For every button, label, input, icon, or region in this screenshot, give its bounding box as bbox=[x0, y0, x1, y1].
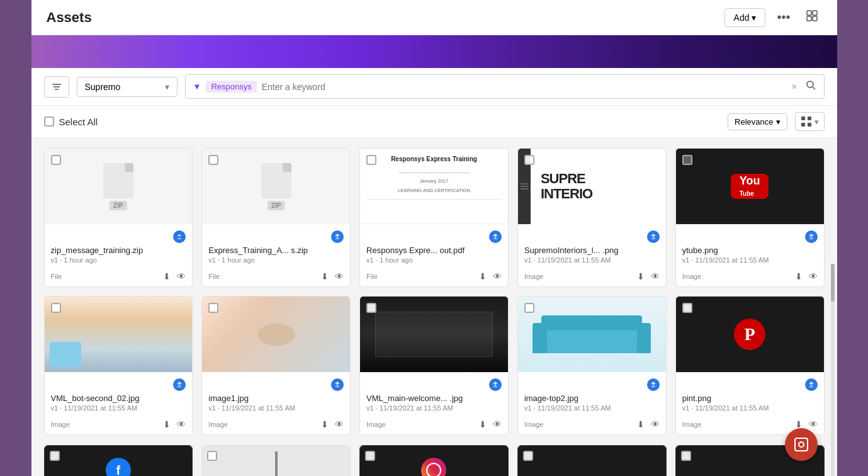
org-dropdown-icon: ▾ bbox=[165, 82, 169, 92]
preview-button-3[interactable]: 👁 bbox=[493, 271, 502, 281]
download-button-5[interactable]: ⬇ bbox=[795, 271, 803, 281]
partial-checkbox-3[interactable] bbox=[365, 451, 375, 461]
asset-card-3: Responsys Express Training —————————————… bbox=[359, 148, 509, 287]
upload-badge-1 bbox=[173, 230, 186, 243]
card-meta-1: v1 · 1 hour ago bbox=[51, 256, 186, 264]
grid-view-button[interactable]: ▾ bbox=[795, 112, 825, 131]
preview-button-4[interactable]: 👁 bbox=[651, 271, 660, 281]
preview-button-9[interactable]: 👁 bbox=[651, 419, 660, 429]
svg-point-7 bbox=[807, 81, 813, 88]
add-button[interactable]: Add ▾ bbox=[724, 8, 766, 27]
card-thumbnail-1: ZIP bbox=[45, 149, 193, 224]
card-footer-7: Image ⬇ 👁 bbox=[202, 416, 350, 434]
card-footer-6: Image ⬇ 👁 bbox=[45, 416, 193, 434]
relevance-sort-button[interactable]: Relevance ▾ bbox=[728, 113, 787, 130]
filter-tag-icon: ▼ bbox=[193, 82, 201, 91]
scroll-thumb[interactable] bbox=[831, 264, 835, 302]
card-thumbnail-4: SUPREINTERIO bbox=[518, 149, 666, 224]
svg-rect-0 bbox=[807, 11, 811, 15]
download-button-9[interactable]: ⬇ bbox=[637, 419, 645, 429]
upload-badge-2 bbox=[331, 230, 344, 243]
asset-card-2: ZIP Express_Training_A... s.zip v1 · 1 h… bbox=[201, 148, 351, 287]
svg-point-14 bbox=[799, 442, 804, 447]
select-all-wrap[interactable]: Select All bbox=[44, 116, 98, 127]
card-name-8: VML_main-welcome... .jpg bbox=[366, 394, 502, 403]
card-meta-10: v1 · 11/19/2021 at 11:55 AM bbox=[682, 404, 818, 412]
card-checkbox-2[interactable] bbox=[208, 155, 218, 165]
preview-button-1[interactable]: 👁 bbox=[177, 271, 186, 281]
select-all-label: Select All bbox=[59, 116, 98, 127]
card-name-5: ytube.png bbox=[682, 246, 818, 255]
card-thumbnail-9 bbox=[518, 297, 666, 372]
download-button-1[interactable]: ⬇ bbox=[163, 271, 171, 281]
card-checkbox-7[interactable] bbox=[208, 303, 218, 313]
page-title: Assets bbox=[47, 9, 92, 26]
asset-card-8: VML_main-welcome... .jpg v1 · 11/19/2021… bbox=[359, 296, 509, 435]
partial-checkbox-2[interactable] bbox=[207, 451, 217, 461]
card-checkbox-6[interactable] bbox=[51, 303, 61, 313]
grid-icon bbox=[801, 116, 812, 127]
upload-badge-10 bbox=[805, 378, 818, 391]
card-meta-5: v1 · 11/19/2021 at 11:55 AM bbox=[682, 256, 818, 264]
toolbar: Supremo ▾ ▼ Responsys × bbox=[31, 68, 837, 106]
download-button-3[interactable]: ⬇ bbox=[479, 271, 487, 281]
card-name-10: pint.png bbox=[682, 394, 818, 403]
download-button-2[interactable]: ⬇ bbox=[321, 271, 329, 281]
card-checkbox-1[interactable] bbox=[51, 155, 61, 165]
download-button-7[interactable]: ⬇ bbox=[321, 419, 329, 429]
partial-row: f bbox=[31, 445, 837, 476]
card-checkbox-4[interactable] bbox=[524, 155, 534, 165]
partial-card-3 bbox=[359, 445, 509, 476]
card-checkbox-10[interactable] bbox=[682, 303, 692, 313]
org-select[interactable]: Supremo ▾ bbox=[77, 77, 178, 97]
card-meta-9: v1 · 11/19/2021 at 11:55 AM bbox=[524, 404, 660, 412]
fab-button[interactable] bbox=[785, 428, 818, 461]
card-meta-8: v1 · 11/19/2021 at 11:55 AM bbox=[366, 404, 502, 412]
select-all-checkbox[interactable] bbox=[44, 116, 54, 127]
card-name-3: Responsys Expre... out.pdf bbox=[366, 246, 502, 255]
card-meta-2: v1 · 1 hour ago bbox=[208, 256, 344, 264]
preview-button-8[interactable]: 👁 bbox=[493, 419, 502, 429]
card-name-2: Express_Training_A... s.zip bbox=[208, 246, 344, 255]
partial-checkbox-1[interactable] bbox=[50, 451, 60, 461]
upload-badge-3 bbox=[489, 230, 502, 243]
card-checkbox-8[interactable] bbox=[366, 303, 376, 313]
card-meta-3: v1 · 1 hour ago bbox=[366, 256, 502, 264]
card-meta-7: v1 · 11/19/2021 at 11:55 AM bbox=[208, 404, 344, 412]
card-name-6: VML_bot-second_02.jpg bbox=[51, 394, 186, 403]
card-checkbox-3[interactable] bbox=[366, 155, 376, 165]
partial-card-1: f bbox=[44, 445, 193, 476]
search-clear-button[interactable]: × bbox=[791, 81, 797, 93]
search-submit-button[interactable] bbox=[805, 79, 816, 94]
preview-button-2[interactable]: 👁 bbox=[335, 271, 344, 281]
download-button-4[interactable]: ⬇ bbox=[637, 271, 645, 281]
card-meta-6: v1 · 11/19/2021 at 11:55 AM bbox=[51, 404, 186, 412]
preview-button-6[interactable]: 👁 bbox=[177, 419, 186, 429]
card-checkbox-5[interactable] bbox=[682, 155, 692, 165]
asset-card-6: VML_bot-second_02.jpg v1 · 11/19/2021 at… bbox=[44, 296, 193, 435]
filter-button[interactable] bbox=[44, 76, 69, 98]
partial-checkbox-4[interactable] bbox=[523, 451, 533, 461]
search-input[interactable] bbox=[262, 82, 786, 92]
asset-card-5: YouTube ytube.png v1 · 11/19/2021 at bbox=[675, 148, 825, 287]
more-options-button[interactable]: ••• bbox=[773, 8, 794, 27]
card-name-7: image1.jpg bbox=[208, 394, 344, 403]
sort-bar: Select All Relevance ▾ ▾ bbox=[31, 106, 837, 138]
card-footer-8: Image ⬇ 👁 bbox=[360, 416, 508, 434]
svg-line-8 bbox=[813, 87, 815, 89]
preview-button-10[interactable]: 👁 bbox=[809, 419, 818, 429]
upload-badge-5 bbox=[805, 230, 818, 243]
layout-toggle-button[interactable] bbox=[802, 7, 822, 28]
preview-button-5[interactable]: 👁 bbox=[809, 271, 818, 281]
card-meta-4: v1 · 11/19/2021 at 11:55 AM bbox=[524, 256, 660, 264]
search-tag[interactable]: Responsys bbox=[206, 81, 256, 93]
upload-badge-4 bbox=[647, 230, 660, 243]
card-checkbox-9[interactable] bbox=[524, 303, 534, 313]
card-footer-5: Image ⬇ 👁 bbox=[676, 268, 824, 286]
partial-checkbox-5[interactable] bbox=[681, 451, 691, 461]
preview-button-7[interactable]: 👁 bbox=[335, 419, 344, 429]
card-footer-4: Image ⬇ 👁 bbox=[518, 268, 666, 286]
download-button-8[interactable]: ⬇ bbox=[479, 419, 487, 429]
search-bar: ▼ Responsys × bbox=[185, 74, 825, 99]
download-button-6[interactable]: ⬇ bbox=[163, 419, 171, 429]
